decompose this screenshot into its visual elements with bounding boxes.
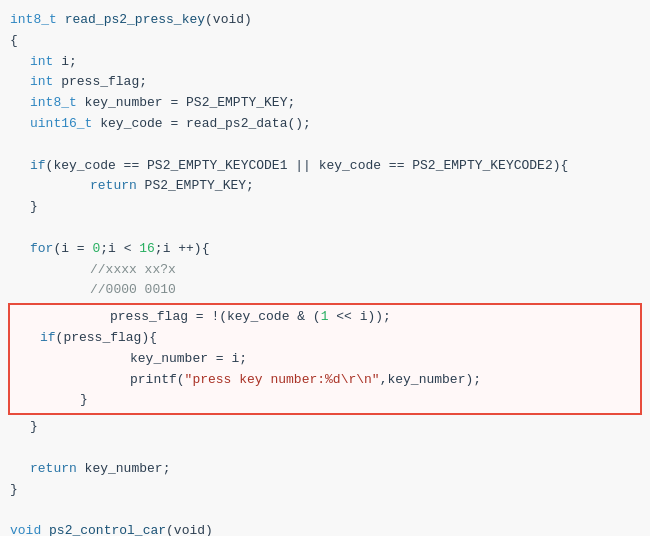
code-line: } bbox=[0, 417, 650, 438]
code-line: uint16_t key_code = read_ps2_data(); bbox=[0, 114, 650, 135]
code-line bbox=[0, 135, 650, 156]
code-line bbox=[0, 438, 650, 459]
code-line: } bbox=[0, 480, 650, 501]
code-line: int i; bbox=[0, 52, 650, 73]
code-line: void ps2_control_car(void) bbox=[0, 521, 650, 536]
code-line: press_flag = !(key_code & (1 << i)); bbox=[10, 307, 640, 328]
code-line: //0000 0010 bbox=[0, 280, 650, 301]
code-line: return PS2_EMPTY_KEY; bbox=[0, 176, 650, 197]
code-line bbox=[0, 218, 650, 239]
code-line: if(key_code == PS2_EMPTY_KEYCODE1 || key… bbox=[0, 156, 650, 177]
code-line: return key_number; bbox=[0, 459, 650, 480]
code-line bbox=[0, 500, 650, 521]
code-line: int press_flag; bbox=[0, 72, 650, 93]
code-editor: int8_t read_ps2_press_key(void) { int i;… bbox=[0, 0, 650, 536]
code-line: key_number = i; bbox=[10, 349, 640, 370]
code-line: for(i = 0;i < 16;i ++){ bbox=[0, 239, 650, 260]
highlighted-code-block: press_flag = !(key_code & (1 << i)); if(… bbox=[8, 303, 642, 415]
code-line: printf("press key number:%d\r\n",key_num… bbox=[10, 370, 640, 391]
code-line: int8_t read_ps2_press_key(void) bbox=[0, 10, 650, 31]
code-line: int8_t key_number = PS2_EMPTY_KEY; bbox=[0, 93, 650, 114]
code-line: { bbox=[0, 31, 650, 52]
code-line: //xxxx xx?x bbox=[0, 260, 650, 281]
code-line: } bbox=[10, 390, 640, 411]
code-line: } bbox=[0, 197, 650, 218]
code-line: if(press_flag){ bbox=[10, 328, 640, 349]
